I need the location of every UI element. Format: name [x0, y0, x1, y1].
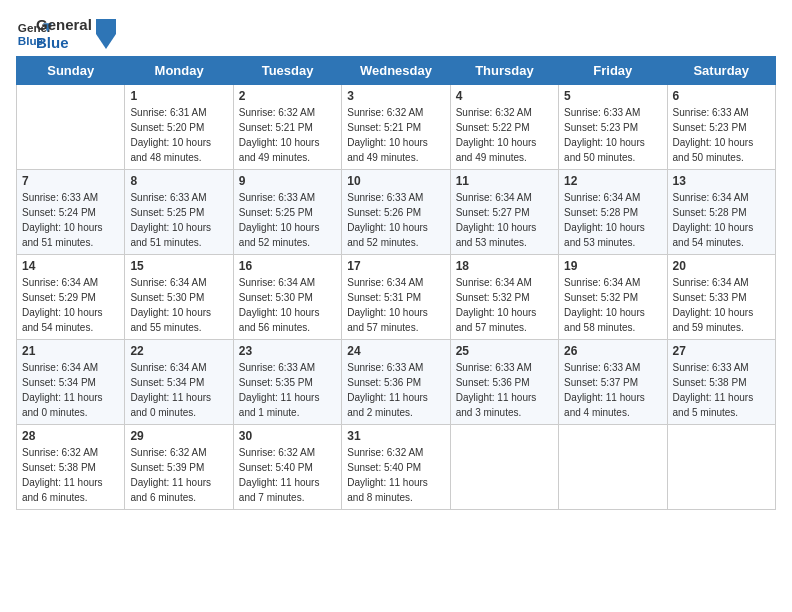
day-number: 1 — [130, 89, 227, 103]
calendar-cell: 20Sunrise: 6:34 AMSunset: 5:33 PMDayligh… — [667, 255, 775, 340]
calendar-cell: 30Sunrise: 6:32 AMSunset: 5:40 PMDayligh… — [233, 425, 341, 510]
calendar-cell: 26Sunrise: 6:33 AMSunset: 5:37 PMDayligh… — [559, 340, 667, 425]
day-number: 12 — [564, 174, 661, 188]
day-info: Sunrise: 6:32 AMSunset: 5:40 PMDaylight:… — [347, 445, 444, 505]
day-info: Sunrise: 6:32 AMSunset: 5:21 PMDaylight:… — [347, 105, 444, 165]
day-info: Sunrise: 6:34 AMSunset: 5:34 PMDaylight:… — [22, 360, 119, 420]
day-number: 23 — [239, 344, 336, 358]
day-number: 25 — [456, 344, 553, 358]
logo-blue: Blue — [36, 34, 92, 52]
calendar-cell — [450, 425, 558, 510]
day-number: 8 — [130, 174, 227, 188]
calendar-cell: 13Sunrise: 6:34 AMSunset: 5:28 PMDayligh… — [667, 170, 775, 255]
day-info: Sunrise: 6:33 AMSunset: 5:23 PMDaylight:… — [673, 105, 770, 165]
calendar-cell: 27Sunrise: 6:33 AMSunset: 5:38 PMDayligh… — [667, 340, 775, 425]
day-info: Sunrise: 6:31 AMSunset: 5:20 PMDaylight:… — [130, 105, 227, 165]
weekday-header-friday: Friday — [559, 57, 667, 85]
day-number: 21 — [22, 344, 119, 358]
calendar-cell: 9Sunrise: 6:33 AMSunset: 5:25 PMDaylight… — [233, 170, 341, 255]
day-number: 6 — [673, 89, 770, 103]
day-info: Sunrise: 6:34 AMSunset: 5:32 PMDaylight:… — [456, 275, 553, 335]
day-info: Sunrise: 6:34 AMSunset: 5:29 PMDaylight:… — [22, 275, 119, 335]
day-number: 20 — [673, 259, 770, 273]
day-number: 29 — [130, 429, 227, 443]
day-number: 27 — [673, 344, 770, 358]
calendar-cell: 15Sunrise: 6:34 AMSunset: 5:30 PMDayligh… — [125, 255, 233, 340]
calendar-cell: 28Sunrise: 6:32 AMSunset: 5:38 PMDayligh… — [17, 425, 125, 510]
calendar-cell: 25Sunrise: 6:33 AMSunset: 5:36 PMDayligh… — [450, 340, 558, 425]
calendar-cell — [17, 85, 125, 170]
svg-marker-3 — [96, 19, 116, 49]
day-info: Sunrise: 6:33 AMSunset: 5:24 PMDaylight:… — [22, 190, 119, 250]
calendar-week-row: 21Sunrise: 6:34 AMSunset: 5:34 PMDayligh… — [17, 340, 776, 425]
day-number: 19 — [564, 259, 661, 273]
calendar-cell: 12Sunrise: 6:34 AMSunset: 5:28 PMDayligh… — [559, 170, 667, 255]
calendar-cell: 6Sunrise: 6:33 AMSunset: 5:23 PMDaylight… — [667, 85, 775, 170]
day-number: 2 — [239, 89, 336, 103]
calendar-week-row: 1Sunrise: 6:31 AMSunset: 5:20 PMDaylight… — [17, 85, 776, 170]
calendar-cell: 22Sunrise: 6:34 AMSunset: 5:34 PMDayligh… — [125, 340, 233, 425]
weekday-header-tuesday: Tuesday — [233, 57, 341, 85]
day-info: Sunrise: 6:33 AMSunset: 5:26 PMDaylight:… — [347, 190, 444, 250]
calendar-cell: 19Sunrise: 6:34 AMSunset: 5:32 PMDayligh… — [559, 255, 667, 340]
calendar-cell: 10Sunrise: 6:33 AMSunset: 5:26 PMDayligh… — [342, 170, 450, 255]
calendar-week-row: 28Sunrise: 6:32 AMSunset: 5:38 PMDayligh… — [17, 425, 776, 510]
day-info: Sunrise: 6:34 AMSunset: 5:28 PMDaylight:… — [673, 190, 770, 250]
weekday-header-sunday: Sunday — [17, 57, 125, 85]
calendar-cell: 31Sunrise: 6:32 AMSunset: 5:40 PMDayligh… — [342, 425, 450, 510]
day-number: 28 — [22, 429, 119, 443]
day-number: 16 — [239, 259, 336, 273]
day-info: Sunrise: 6:33 AMSunset: 5:25 PMDaylight:… — [130, 190, 227, 250]
day-number: 31 — [347, 429, 444, 443]
calendar-cell: 18Sunrise: 6:34 AMSunset: 5:32 PMDayligh… — [450, 255, 558, 340]
day-info: Sunrise: 6:32 AMSunset: 5:22 PMDaylight:… — [456, 105, 553, 165]
calendar-cell: 8Sunrise: 6:33 AMSunset: 5:25 PMDaylight… — [125, 170, 233, 255]
day-info: Sunrise: 6:32 AMSunset: 5:21 PMDaylight:… — [239, 105, 336, 165]
day-info: Sunrise: 6:33 AMSunset: 5:36 PMDaylight:… — [456, 360, 553, 420]
calendar-cell: 24Sunrise: 6:33 AMSunset: 5:36 PMDayligh… — [342, 340, 450, 425]
weekday-header-wednesday: Wednesday — [342, 57, 450, 85]
day-info: Sunrise: 6:34 AMSunset: 5:31 PMDaylight:… — [347, 275, 444, 335]
day-number: 30 — [239, 429, 336, 443]
calendar-cell: 1Sunrise: 6:31 AMSunset: 5:20 PMDaylight… — [125, 85, 233, 170]
day-info: Sunrise: 6:34 AMSunset: 5:30 PMDaylight:… — [130, 275, 227, 335]
day-number: 11 — [456, 174, 553, 188]
calendar-cell: 5Sunrise: 6:33 AMSunset: 5:23 PMDaylight… — [559, 85, 667, 170]
calendar-cell: 7Sunrise: 6:33 AMSunset: 5:24 PMDaylight… — [17, 170, 125, 255]
day-number: 14 — [22, 259, 119, 273]
day-number: 9 — [239, 174, 336, 188]
day-info: Sunrise: 6:33 AMSunset: 5:37 PMDaylight:… — [564, 360, 661, 420]
page-header: General Blue General Blue — [16, 16, 776, 52]
day-info: Sunrise: 6:34 AMSunset: 5:33 PMDaylight:… — [673, 275, 770, 335]
calendar-table: SundayMondayTuesdayWednesdayThursdayFrid… — [16, 56, 776, 510]
day-info: Sunrise: 6:32 AMSunset: 5:40 PMDaylight:… — [239, 445, 336, 505]
logo-general: General — [36, 16, 92, 34]
day-info: Sunrise: 6:34 AMSunset: 5:30 PMDaylight:… — [239, 275, 336, 335]
calendar-cell — [667, 425, 775, 510]
logo-arrow-icon — [96, 19, 116, 49]
calendar-cell: 17Sunrise: 6:34 AMSunset: 5:31 PMDayligh… — [342, 255, 450, 340]
calendar-header-row: SundayMondayTuesdayWednesdayThursdayFrid… — [17, 57, 776, 85]
day-number: 18 — [456, 259, 553, 273]
day-number: 24 — [347, 344, 444, 358]
day-info: Sunrise: 6:33 AMSunset: 5:25 PMDaylight:… — [239, 190, 336, 250]
calendar-cell: 23Sunrise: 6:33 AMSunset: 5:35 PMDayligh… — [233, 340, 341, 425]
day-info: Sunrise: 6:33 AMSunset: 5:36 PMDaylight:… — [347, 360, 444, 420]
calendar-cell: 16Sunrise: 6:34 AMSunset: 5:30 PMDayligh… — [233, 255, 341, 340]
calendar-cell: 14Sunrise: 6:34 AMSunset: 5:29 PMDayligh… — [17, 255, 125, 340]
weekday-header-monday: Monday — [125, 57, 233, 85]
weekday-header-thursday: Thursday — [450, 57, 558, 85]
logo: General Blue General Blue — [16, 16, 116, 52]
calendar-cell: 21Sunrise: 6:34 AMSunset: 5:34 PMDayligh… — [17, 340, 125, 425]
calendar-cell: 29Sunrise: 6:32 AMSunset: 5:39 PMDayligh… — [125, 425, 233, 510]
day-info: Sunrise: 6:33 AMSunset: 5:23 PMDaylight:… — [564, 105, 661, 165]
day-number: 5 — [564, 89, 661, 103]
day-info: Sunrise: 6:34 AMSunset: 5:32 PMDaylight:… — [564, 275, 661, 335]
day-number: 13 — [673, 174, 770, 188]
calendar-cell: 2Sunrise: 6:32 AMSunset: 5:21 PMDaylight… — [233, 85, 341, 170]
calendar-cell: 3Sunrise: 6:32 AMSunset: 5:21 PMDaylight… — [342, 85, 450, 170]
day-info: Sunrise: 6:33 AMSunset: 5:38 PMDaylight:… — [673, 360, 770, 420]
calendar-cell: 4Sunrise: 6:32 AMSunset: 5:22 PMDaylight… — [450, 85, 558, 170]
day-number: 26 — [564, 344, 661, 358]
day-info: Sunrise: 6:33 AMSunset: 5:35 PMDaylight:… — [239, 360, 336, 420]
